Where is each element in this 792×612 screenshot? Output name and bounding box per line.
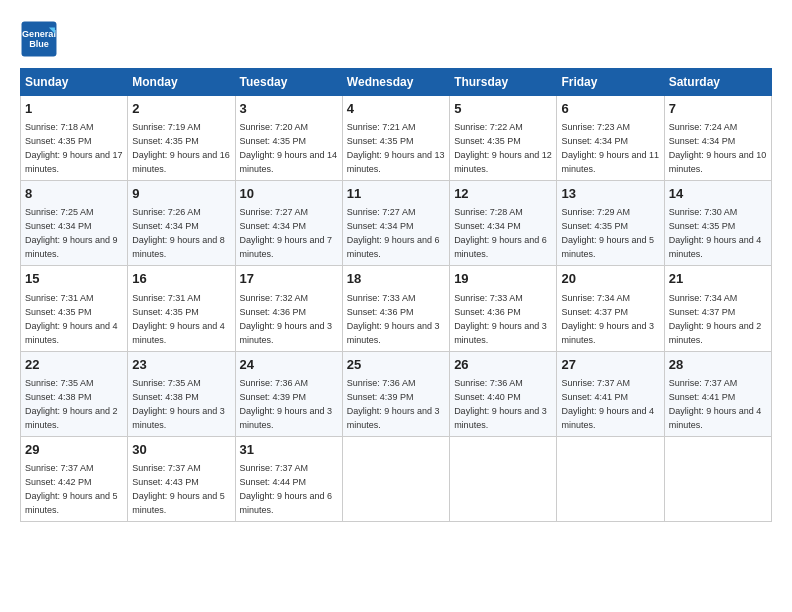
day-info: Sunrise: 7:35 AMSunset: 4:38 PMDaylight:… xyxy=(25,378,118,430)
day-number: 21 xyxy=(669,270,767,288)
day-info: Sunrise: 7:35 AMSunset: 4:38 PMDaylight:… xyxy=(132,378,225,430)
calendar-cell xyxy=(557,436,664,521)
day-info: Sunrise: 7:23 AMSunset: 4:34 PMDaylight:… xyxy=(561,122,659,174)
calendar-cell: 15 Sunrise: 7:31 AMSunset: 4:35 PMDaylig… xyxy=(21,266,128,351)
day-number: 22 xyxy=(25,356,123,374)
header-friday: Friday xyxy=(557,69,664,96)
calendar-cell: 11 Sunrise: 7:27 AMSunset: 4:34 PMDaylig… xyxy=(342,181,449,266)
calendar-table: SundayMondayTuesdayWednesdayThursdayFrid… xyxy=(20,68,772,522)
calendar-cell: 6 Sunrise: 7:23 AMSunset: 4:34 PMDayligh… xyxy=(557,96,664,181)
calendar-cell: 26 Sunrise: 7:36 AMSunset: 4:40 PMDaylig… xyxy=(450,351,557,436)
calendar-cell: 4 Sunrise: 7:21 AMSunset: 4:35 PMDayligh… xyxy=(342,96,449,181)
svg-text:General: General xyxy=(22,29,56,39)
calendar-cell xyxy=(450,436,557,521)
day-info: Sunrise: 7:34 AMSunset: 4:37 PMDaylight:… xyxy=(669,293,762,345)
day-number: 14 xyxy=(669,185,767,203)
day-info: Sunrise: 7:31 AMSunset: 4:35 PMDaylight:… xyxy=(25,293,118,345)
logo: General Blue xyxy=(20,20,62,58)
day-info: Sunrise: 7:30 AMSunset: 4:35 PMDaylight:… xyxy=(669,207,762,259)
day-number: 17 xyxy=(240,270,338,288)
week-row-4: 22 Sunrise: 7:35 AMSunset: 4:38 PMDaylig… xyxy=(21,351,772,436)
day-number: 29 xyxy=(25,441,123,459)
calendar-cell xyxy=(342,436,449,521)
calendar-cell: 7 Sunrise: 7:24 AMSunset: 4:34 PMDayligh… xyxy=(664,96,771,181)
day-info: Sunrise: 7:21 AMSunset: 4:35 PMDaylight:… xyxy=(347,122,445,174)
day-number: 4 xyxy=(347,100,445,118)
page-header: General Blue xyxy=(20,20,772,58)
day-number: 31 xyxy=(240,441,338,459)
day-number: 1 xyxy=(25,100,123,118)
day-info: Sunrise: 7:31 AMSunset: 4:35 PMDaylight:… xyxy=(132,293,225,345)
calendar-cell: 29 Sunrise: 7:37 AMSunset: 4:42 PMDaylig… xyxy=(21,436,128,521)
calendar-cell: 16 Sunrise: 7:31 AMSunset: 4:35 PMDaylig… xyxy=(128,266,235,351)
day-number: 25 xyxy=(347,356,445,374)
header-tuesday: Tuesday xyxy=(235,69,342,96)
calendar-cell: 23 Sunrise: 7:35 AMSunset: 4:38 PMDaylig… xyxy=(128,351,235,436)
header-sunday: Sunday xyxy=(21,69,128,96)
calendar-cell: 28 Sunrise: 7:37 AMSunset: 4:41 PMDaylig… xyxy=(664,351,771,436)
header-saturday: Saturday xyxy=(664,69,771,96)
calendar-cell: 14 Sunrise: 7:30 AMSunset: 4:35 PMDaylig… xyxy=(664,181,771,266)
calendar-cell: 1 Sunrise: 7:18 AMSunset: 4:35 PMDayligh… xyxy=(21,96,128,181)
day-info: Sunrise: 7:37 AMSunset: 4:42 PMDaylight:… xyxy=(25,463,118,515)
day-number: 13 xyxy=(561,185,659,203)
week-row-5: 29 Sunrise: 7:37 AMSunset: 4:42 PMDaylig… xyxy=(21,436,772,521)
calendar-cell: 25 Sunrise: 7:36 AMSunset: 4:39 PMDaylig… xyxy=(342,351,449,436)
day-number: 24 xyxy=(240,356,338,374)
day-number: 11 xyxy=(347,185,445,203)
week-row-2: 8 Sunrise: 7:25 AMSunset: 4:34 PMDayligh… xyxy=(21,181,772,266)
day-number: 8 xyxy=(25,185,123,203)
calendar-cell: 31 Sunrise: 7:37 AMSunset: 4:44 PMDaylig… xyxy=(235,436,342,521)
day-number: 9 xyxy=(132,185,230,203)
day-info: Sunrise: 7:37 AMSunset: 4:41 PMDaylight:… xyxy=(669,378,762,430)
day-number: 12 xyxy=(454,185,552,203)
day-info: Sunrise: 7:32 AMSunset: 4:36 PMDaylight:… xyxy=(240,293,333,345)
day-info: Sunrise: 7:25 AMSunset: 4:34 PMDaylight:… xyxy=(25,207,118,259)
header-monday: Monday xyxy=(128,69,235,96)
day-number: 7 xyxy=(669,100,767,118)
calendar-cell: 2 Sunrise: 7:19 AMSunset: 4:35 PMDayligh… xyxy=(128,96,235,181)
day-info: Sunrise: 7:28 AMSunset: 4:34 PMDaylight:… xyxy=(454,207,547,259)
calendar-cell: 13 Sunrise: 7:29 AMSunset: 4:35 PMDaylig… xyxy=(557,181,664,266)
day-number: 15 xyxy=(25,270,123,288)
day-info: Sunrise: 7:37 AMSunset: 4:41 PMDaylight:… xyxy=(561,378,654,430)
day-number: 18 xyxy=(347,270,445,288)
day-info: Sunrise: 7:27 AMSunset: 4:34 PMDaylight:… xyxy=(240,207,333,259)
calendar-cell: 18 Sunrise: 7:33 AMSunset: 4:36 PMDaylig… xyxy=(342,266,449,351)
day-info: Sunrise: 7:37 AMSunset: 4:43 PMDaylight:… xyxy=(132,463,225,515)
day-number: 5 xyxy=(454,100,552,118)
calendar-cell: 5 Sunrise: 7:22 AMSunset: 4:35 PMDayligh… xyxy=(450,96,557,181)
day-number: 10 xyxy=(240,185,338,203)
day-info: Sunrise: 7:34 AMSunset: 4:37 PMDaylight:… xyxy=(561,293,654,345)
calendar-cell: 3 Sunrise: 7:20 AMSunset: 4:35 PMDayligh… xyxy=(235,96,342,181)
day-info: Sunrise: 7:36 AMSunset: 4:39 PMDaylight:… xyxy=(347,378,440,430)
day-number: 28 xyxy=(669,356,767,374)
week-row-1: 1 Sunrise: 7:18 AMSunset: 4:35 PMDayligh… xyxy=(21,96,772,181)
header-thursday: Thursday xyxy=(450,69,557,96)
day-number: 26 xyxy=(454,356,552,374)
day-info: Sunrise: 7:18 AMSunset: 4:35 PMDaylight:… xyxy=(25,122,123,174)
day-number: 16 xyxy=(132,270,230,288)
svg-text:Blue: Blue xyxy=(29,39,49,49)
day-info: Sunrise: 7:24 AMSunset: 4:34 PMDaylight:… xyxy=(669,122,767,174)
calendar-cell: 8 Sunrise: 7:25 AMSunset: 4:34 PMDayligh… xyxy=(21,181,128,266)
day-number: 2 xyxy=(132,100,230,118)
day-number: 19 xyxy=(454,270,552,288)
day-info: Sunrise: 7:20 AMSunset: 4:35 PMDaylight:… xyxy=(240,122,338,174)
day-info: Sunrise: 7:36 AMSunset: 4:39 PMDaylight:… xyxy=(240,378,333,430)
day-number: 30 xyxy=(132,441,230,459)
calendar-cell: 22 Sunrise: 7:35 AMSunset: 4:38 PMDaylig… xyxy=(21,351,128,436)
week-row-3: 15 Sunrise: 7:31 AMSunset: 4:35 PMDaylig… xyxy=(21,266,772,351)
day-number: 6 xyxy=(561,100,659,118)
day-info: Sunrise: 7:22 AMSunset: 4:35 PMDaylight:… xyxy=(454,122,552,174)
day-info: Sunrise: 7:27 AMSunset: 4:34 PMDaylight:… xyxy=(347,207,440,259)
day-number: 27 xyxy=(561,356,659,374)
day-number: 3 xyxy=(240,100,338,118)
calendar-cell: 21 Sunrise: 7:34 AMSunset: 4:37 PMDaylig… xyxy=(664,266,771,351)
day-info: Sunrise: 7:19 AMSunset: 4:35 PMDaylight:… xyxy=(132,122,230,174)
day-info: Sunrise: 7:29 AMSunset: 4:35 PMDaylight:… xyxy=(561,207,654,259)
day-number: 23 xyxy=(132,356,230,374)
day-info: Sunrise: 7:26 AMSunset: 4:34 PMDaylight:… xyxy=(132,207,225,259)
day-info: Sunrise: 7:33 AMSunset: 4:36 PMDaylight:… xyxy=(454,293,547,345)
calendar-cell: 30 Sunrise: 7:37 AMSunset: 4:43 PMDaylig… xyxy=(128,436,235,521)
